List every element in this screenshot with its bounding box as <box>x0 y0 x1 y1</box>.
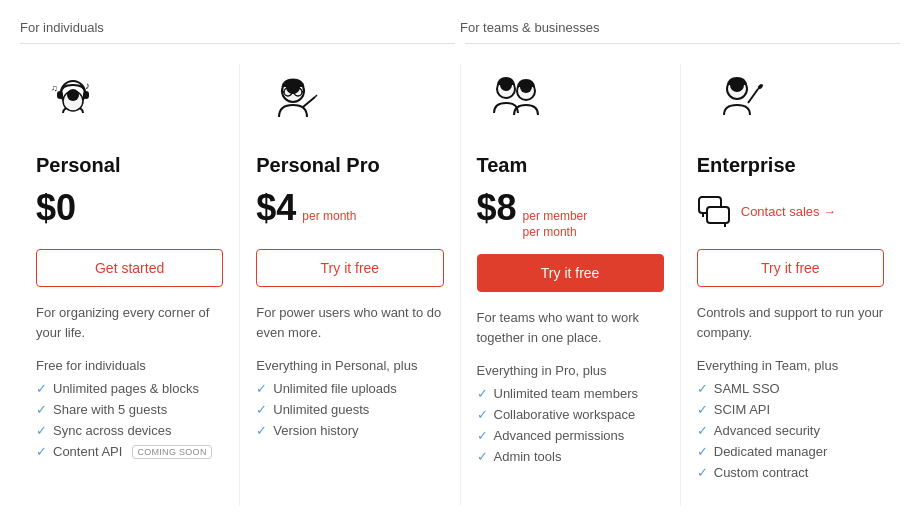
check-icon: ✓ <box>477 449 488 464</box>
svg-line-12 <box>281 91 284 92</box>
check-icon: ✓ <box>477 407 488 422</box>
list-item: ✓Admin tools <box>477 449 664 464</box>
plan-personal-feature-group: Free for individuals <box>36 358 223 373</box>
enterprise-icon <box>697 64 777 144</box>
plan-personal-price-row: $0 <box>36 187 223 235</box>
plan-personal-pro-feature-group: Everything in Personal, plus <box>256 358 443 373</box>
plan-personal-price: $0 <box>36 187 76 229</box>
check-icon: ✓ <box>697 465 708 480</box>
plan-personal-pro-features: ✓Unlimited file uploads ✓Unlimited guest… <box>256 381 443 438</box>
svg-point-4 <box>67 89 79 101</box>
check-icon: ✓ <box>477 428 488 443</box>
plan-personal-features: ✓Unlimited pages & blocks ✓Share with 5 … <box>36 381 223 459</box>
svg-line-14 <box>303 97 315 107</box>
list-item: ✓Unlimited file uploads <box>256 381 443 396</box>
list-item: ✓Unlimited pages & blocks <box>36 381 223 396</box>
plan-personal-description: For organizing every corner of your life… <box>36 303 223 342</box>
list-item: ✓Advanced security <box>697 423 884 438</box>
check-icon: ✓ <box>256 423 267 438</box>
plan-personal: ♪ ♫ Personal $0 Get started For organizi… <box>20 64 240 506</box>
plan-personal-pro-period: per month <box>302 209 356 225</box>
check-icon: ✓ <box>697 402 708 417</box>
plan-personal-pro-cta[interactable]: Try it free <box>256 249 443 287</box>
plan-personal-pro-price-row: $4 per month <box>256 187 443 235</box>
pricing-wrapper: For individuals For teams & businesses <box>20 20 900 506</box>
section-label-teams: For teams & businesses <box>460 20 900 35</box>
plan-personal-pro-price: $4 <box>256 187 296 229</box>
plan-team-feature-group: Everything in Pro, plus <box>477 363 664 378</box>
plan-team: Team $8 per member per month Try it free… <box>461 64 681 506</box>
plan-enterprise-name: Enterprise <box>697 154 884 177</box>
plan-personal-pro-description: For power users who want to do even more… <box>256 303 443 342</box>
plan-team-features: ✓Unlimited team members ✓Collaborative w… <box>477 386 664 464</box>
list-item: ✓Content APICOMING SOON <box>36 444 223 459</box>
plan-enterprise-cta[interactable]: Try it free <box>697 249 884 287</box>
check-icon: ✓ <box>256 381 267 396</box>
plan-team-price: $8 <box>477 187 517 229</box>
plans-row: ♪ ♫ Personal $0 Get started For organizi… <box>20 64 900 506</box>
svg-rect-2 <box>83 91 89 99</box>
check-icon: ✓ <box>36 423 47 438</box>
plan-personal-cta[interactable]: Get started <box>36 249 223 287</box>
check-icon: ✓ <box>697 381 708 396</box>
divider-individuals <box>20 43 455 44</box>
section-label-individuals: For individuals <box>20 20 460 35</box>
svg-line-13 <box>302 91 305 92</box>
divider-row <box>20 43 900 44</box>
check-icon: ✓ <box>697 423 708 438</box>
list-item: ✓SCIM API <box>697 402 884 417</box>
svg-rect-25 <box>707 207 729 223</box>
check-icon: ✓ <box>36 381 47 396</box>
list-item: ✓SAML SSO <box>697 381 884 396</box>
list-item: ✓Custom contract <box>697 465 884 480</box>
svg-rect-1 <box>57 91 63 99</box>
coming-soon-badge: COMING SOON <box>132 445 211 459</box>
plan-personal-pro: Personal Pro $4 per month Try it free Fo… <box>240 64 460 506</box>
section-headers: For individuals For teams & businesses <box>20 20 900 35</box>
plan-enterprise: Enterprise Contact sales → Try it free C… <box>681 64 900 506</box>
plan-team-price-row: $8 per member per month <box>477 187 664 240</box>
chat-icon <box>697 193 733 229</box>
list-item: ✓Version history <box>256 423 443 438</box>
list-item: ✓Collaborative workspace <box>477 407 664 422</box>
plan-team-name: Team <box>477 154 664 177</box>
plan-enterprise-feature-group: Everything in Team, plus <box>697 358 884 373</box>
plan-enterprise-features: ✓SAML SSO ✓SCIM API ✓Advanced security ✓… <box>697 381 884 480</box>
check-icon: ✓ <box>36 402 47 417</box>
plan-personal-pro-name: Personal Pro <box>256 154 443 177</box>
plan-team-period: per member per month <box>523 209 588 240</box>
plan-enterprise-price-row: Contact sales → <box>697 187 884 235</box>
check-icon: ✓ <box>256 402 267 417</box>
check-icon: ✓ <box>36 444 47 459</box>
list-item: ✓Advanced permissions <box>477 428 664 443</box>
personal-pro-icon <box>256 64 336 144</box>
divider-teams <box>465 43 900 44</box>
team-icon <box>477 64 557 144</box>
plan-team-description: For teams who want to work together in o… <box>477 308 664 347</box>
list-item: ✓Sync across devices <box>36 423 223 438</box>
plan-team-cta[interactable]: Try it free <box>477 254 664 292</box>
list-item: ✓Unlimited team members <box>477 386 664 401</box>
list-item: ✓Dedicated manager <box>697 444 884 459</box>
check-icon: ✓ <box>697 444 708 459</box>
contact-sales-text: Contact sales → <box>741 204 836 219</box>
personal-icon: ♪ ♫ <box>36 64 116 144</box>
list-item: ✓Share with 5 guests <box>36 402 223 417</box>
plan-personal-name: Personal <box>36 154 223 177</box>
check-icon: ✓ <box>477 386 488 401</box>
svg-text:♫: ♫ <box>51 83 58 93</box>
svg-line-15 <box>315 95 317 97</box>
svg-text:♪: ♪ <box>85 80 90 91</box>
plan-enterprise-description: Controls and support to run your company… <box>697 303 884 342</box>
list-item: ✓Unlimited guests <box>256 402 443 417</box>
svg-line-22 <box>748 89 758 103</box>
